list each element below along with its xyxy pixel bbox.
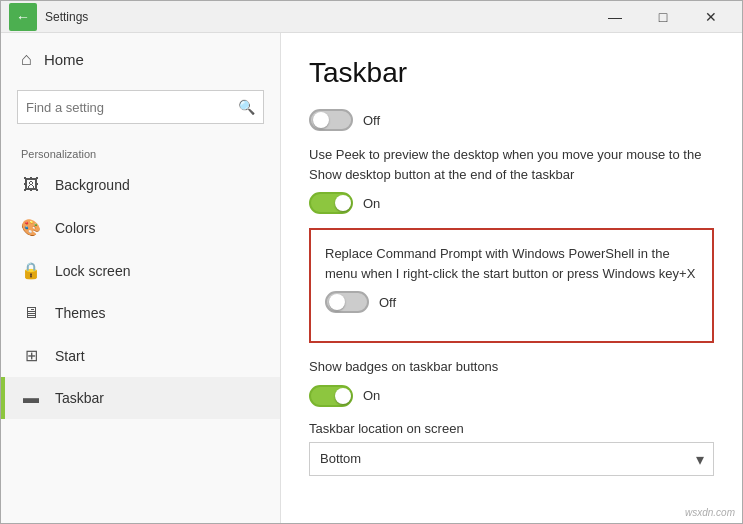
- title-bar: ← Settings — □ ✕: [1, 1, 742, 33]
- sidebar-item-background-label: Background: [55, 177, 130, 193]
- lockscreen-icon: 🔒: [21, 261, 41, 280]
- taskbar-icon: ▬: [21, 389, 41, 407]
- peek-on-toggle-row: On: [309, 192, 714, 214]
- colors-icon: 🎨: [21, 218, 41, 237]
- window-controls: — □ ✕: [592, 3, 734, 31]
- sidebar-item-lockscreen[interactable]: 🔒 Lock screen: [1, 249, 280, 292]
- themes-icon: 🖥: [21, 304, 41, 322]
- peek-off-toggle-thumb: [313, 112, 329, 128]
- start-icon: ⊞: [21, 346, 41, 365]
- back-button[interactable]: ←: [9, 3, 37, 31]
- search-input[interactable]: [26, 100, 238, 115]
- title-bar-left: ← Settings: [9, 3, 88, 31]
- badges-toggle-thumb: [335, 388, 351, 404]
- powershell-toggle[interactable]: [325, 291, 369, 313]
- sidebar-home-item[interactable]: ⌂ Home: [1, 33, 280, 86]
- peek-off-toggle-label: Off: [363, 113, 380, 128]
- window-title: Settings: [45, 10, 88, 24]
- sidebar-section-label: Personalization: [1, 140, 280, 164]
- watermark: wsxdn.com: [685, 507, 735, 518]
- home-label: Home: [44, 51, 84, 68]
- powershell-toggle-thumb: [329, 294, 345, 310]
- peek-description: Use Peek to preview the desktop when you…: [309, 145, 709, 184]
- page-title: Taskbar: [309, 57, 714, 89]
- location-dropdown-row: Taskbar location on screen Bottom Top Le…: [309, 421, 714, 476]
- badges-toggle-track: [309, 385, 353, 407]
- content-area: Taskbar Off Use Peek to preview the desk…: [281, 33, 742, 523]
- sidebar-item-themes[interactable]: 🖥 Themes: [1, 292, 280, 334]
- peek-off-toggle-track: [309, 109, 353, 131]
- badges-toggle-row: On: [309, 385, 714, 407]
- search-box[interactable]: 🔍: [17, 90, 264, 124]
- sidebar-item-colors-label: Colors: [55, 220, 95, 236]
- badges-description: Show badges on taskbar buttons: [309, 357, 709, 377]
- sidebar-item-background[interactable]: 🖼 Background: [1, 164, 280, 206]
- sidebar-item-colors[interactable]: 🎨 Colors: [1, 206, 280, 249]
- sidebar-item-taskbar[interactable]: ▬ Taskbar: [1, 377, 280, 419]
- sidebar: ⌂ Home 🔍 Personalization 🖼 Background 🎨 …: [1, 33, 281, 523]
- maximize-button[interactable]: □: [640, 3, 686, 31]
- badges-toggle[interactable]: [309, 385, 353, 407]
- sidebar-item-start[interactable]: ⊞ Start: [1, 334, 280, 377]
- sidebar-item-lockscreen-label: Lock screen: [55, 263, 130, 279]
- powershell-toggle-label: Off: [379, 295, 396, 310]
- search-icon: 🔍: [238, 99, 255, 115]
- minimize-button[interactable]: —: [592, 3, 638, 31]
- main-layout: ⌂ Home 🔍 Personalization 🖼 Background 🎨 …: [1, 33, 742, 523]
- peek-on-toggle-track: [309, 192, 353, 214]
- close-button[interactable]: ✕: [688, 3, 734, 31]
- powershell-toggle-track: [325, 291, 369, 313]
- background-icon: 🖼: [21, 176, 41, 194]
- powershell-description: Replace Command Prompt with Windows Powe…: [325, 244, 698, 283]
- peek-on-toggle-label: On: [363, 196, 380, 211]
- home-icon: ⌂: [21, 49, 32, 70]
- badges-toggle-label: On: [363, 388, 380, 403]
- powershell-toggle-row: Off: [325, 291, 698, 313]
- peek-on-toggle-thumb: [335, 195, 351, 211]
- location-label: Taskbar location on screen: [309, 421, 714, 436]
- peek-on-toggle[interactable]: [309, 192, 353, 214]
- peek-off-toggle-row: Off: [309, 109, 714, 131]
- sidebar-item-themes-label: Themes: [55, 305, 106, 321]
- location-dropdown-wrapper: Bottom Top Left Right: [309, 442, 714, 476]
- location-dropdown[interactable]: Bottom Top Left Right: [309, 442, 714, 476]
- sidebar-item-taskbar-label: Taskbar: [55, 390, 104, 406]
- back-icon: ←: [16, 9, 30, 25]
- sidebar-item-start-label: Start: [55, 348, 85, 364]
- powershell-highlight-box: Replace Command Prompt with Windows Powe…: [309, 228, 714, 343]
- peek-off-toggle[interactable]: [309, 109, 353, 131]
